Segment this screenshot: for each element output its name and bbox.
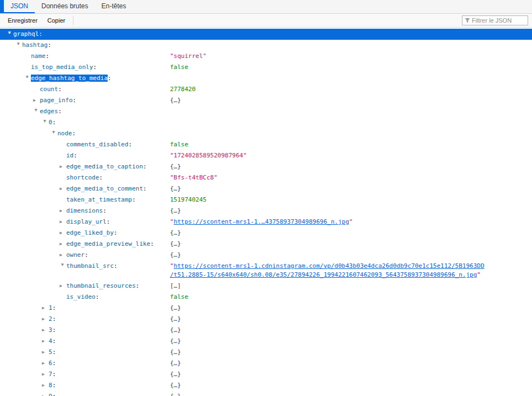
expand-twisty-icon[interactable]: ▶ <box>60 218 66 226</box>
collapse-twisty-icon[interactable]: ▶ <box>31 109 40 115</box>
json-tree-row[interactable]: ▶8:{…} <box>0 380 532 391</box>
collapse-twisty-icon[interactable]: ▶ <box>5 31 14 38</box>
expand-twisty-icon[interactable]: ▶ <box>60 229 66 237</box>
collapse-twisty-icon[interactable]: ▶ <box>14 43 23 49</box>
json-value-cell: {…} <box>170 304 514 313</box>
expand-twisty-icon[interactable]: ▶ <box>60 162 66 171</box>
json-tree-row[interactable]: shortcode:"Bfs-t4tBCc8" <box>0 172 532 183</box>
json-key: 9 <box>49 393 52 396</box>
json-tree-row[interactable]: is_top_media_only:false <box>0 62 532 73</box>
json-key-cell: ▶page_info: <box>0 96 170 105</box>
expand-twisty-icon[interactable]: ▶ <box>42 348 49 357</box>
json-value: {…} <box>170 371 181 378</box>
json-value-cell: {…} <box>170 370 514 379</box>
json-tree-row[interactable]: is_video:false <box>0 292 532 303</box>
json-tree-row[interactable]: id:"1724028589520987964" <box>0 150 532 161</box>
json-tree-row[interactable]: ▶2:{…} <box>0 314 532 325</box>
json-key-colon: : <box>52 360 56 367</box>
json-key-colon: : <box>150 240 154 247</box>
json-tree-row[interactable]: ▶0: <box>0 117 532 128</box>
json-key-colon: : <box>52 349 56 356</box>
json-value-cell: {…} <box>170 184 514 193</box>
json-tree-row[interactable]: ▶9:{…} <box>0 391 532 396</box>
json-key-cell: ▶graphql: <box>0 30 170 39</box>
json-tree-row[interactable]: ▶edge_media_to_caption:{…} <box>0 161 532 172</box>
json-key-colon: : <box>129 141 132 148</box>
json-filter-input[interactable] <box>472 17 525 24</box>
collapse-twisty-icon[interactable]: ▶ <box>49 131 58 138</box>
expand-twisty-icon[interactable]: ▶ <box>60 282 66 291</box>
json-key: hashtag <box>22 41 47 49</box>
json-value: {…} <box>170 315 181 323</box>
json-key: page_info <box>40 97 73 104</box>
json-key: thumbnail_resources <box>66 282 136 289</box>
json-key-colon: : <box>114 229 118 236</box>
json-value-cell: {…} <box>170 96 514 105</box>
json-key: 8 <box>49 382 52 389</box>
json-value-link[interactable]: https://scontent-mrs1-1.cdninstagram.com… <box>170 262 485 278</box>
json-tree-row[interactable]: ▶edge_hashtag_to_media: <box>0 73 532 84</box>
json-key-colon: : <box>132 196 136 203</box>
expand-twisty-icon[interactable]: ▶ <box>33 96 40 105</box>
json-key-colon: : <box>39 30 42 38</box>
json-value-cell: {…} <box>170 359 514 368</box>
json-tree-row[interactable]: name:"squirrel" <box>0 51 532 62</box>
json-tree-row[interactable]: ▶4:{…} <box>0 336 532 347</box>
collapse-twisty-icon[interactable]: ▶ <box>23 76 31 82</box>
expand-twisty-icon[interactable]: ▶ <box>42 359 49 368</box>
json-tree-row[interactable]: ▶5:{…} <box>0 347 532 358</box>
json-key: edge_liked_by <box>66 229 114 236</box>
json-tree-row[interactable]: ▶graphql: <box>0 29 532 40</box>
json-tree-row[interactable]: count:2778420 <box>0 84 532 95</box>
json-tree-row[interactable]: ▶owner:{…} <box>0 250 532 261</box>
tab-headers[interactable]: En-têtes <box>95 0 133 13</box>
expand-twisty-icon[interactable]: ▶ <box>60 207 66 215</box>
expand-twisty-icon[interactable]: ▶ <box>42 370 49 379</box>
json-key: is_top_media_only <box>31 64 93 71</box>
json-tree-row[interactable]: ▶thumbnail_src:"https://scontent-mrs1-1.… <box>0 261 532 281</box>
json-key-colon: : <box>58 86 62 93</box>
json-tree-row[interactable]: ▶7:{…} <box>0 369 532 380</box>
expand-twisty-icon[interactable]: ▶ <box>60 240 66 249</box>
json-tree-row[interactable]: comments_disabled:false <box>0 139 532 150</box>
expand-twisty-icon[interactable]: ▶ <box>42 392 49 396</box>
json-value: {…} <box>170 382 181 389</box>
expand-twisty-icon[interactable]: ▶ <box>42 337 49 346</box>
json-value: 1519740245 <box>170 196 206 203</box>
json-tree-row[interactable]: ▶thumbnail_resources:[…] <box>0 281 532 292</box>
json-key-cell: ▶5: <box>0 348 170 357</box>
tab-raw-data[interactable]: Données brutes <box>35 0 95 13</box>
json-tree-row[interactable]: ▶hashtag: <box>0 40 532 51</box>
json-value-link[interactable]: https://scontent-mrs1-1.…437589373049896… <box>174 218 349 225</box>
json-value-cell: false <box>170 140 514 149</box>
expand-twisty-icon[interactable]: ▶ <box>42 315 49 324</box>
json-tree-row[interactable]: ▶edge_media_preview_like:{…} <box>0 239 532 250</box>
json-tree-row[interactable]: ▶node: <box>0 128 532 139</box>
json-tree-row[interactable]: ▶edge_liked_by:{…} <box>0 228 532 239</box>
json-value: {…} <box>170 97 181 104</box>
json-key-colon: : <box>52 119 56 126</box>
expand-twisty-icon[interactable]: ▶ <box>42 326 49 335</box>
json-tree-row[interactable]: ▶display_url:"https://scontent-mrs1-1.…4… <box>0 217 532 228</box>
json-tree-row[interactable]: ▶3:{…} <box>0 325 532 336</box>
json-tree-row[interactable]: ▶page_info:{…} <box>0 95 532 106</box>
json-tree-row[interactable]: taken_at_timestamp:1519740245 <box>0 194 532 205</box>
json-tree-row[interactable]: ▶edges: <box>0 106 532 117</box>
json-tree-row[interactable]: ▶1:{…} <box>0 303 532 314</box>
expand-twisty-icon[interactable]: ▶ <box>60 251 66 260</box>
json-key-cell: ▶1: <box>0 304 170 313</box>
json-key-colon: : <box>114 262 118 270</box>
json-tree-row[interactable]: ▶dimensions:{…} <box>0 205 532 217</box>
tab-json[interactable]: JSON <box>4 0 35 13</box>
expand-twisty-icon[interactable]: ▶ <box>42 304 49 313</box>
collapse-twisty-icon[interactable]: ▶ <box>58 263 67 270</box>
json-value-cell: {…} <box>170 348 514 357</box>
json-tree-row[interactable]: ▶6:{…} <box>0 358 532 369</box>
expand-twisty-icon[interactable]: ▶ <box>42 381 49 390</box>
copy-button[interactable]: Copier <box>43 15 70 25</box>
save-button[interactable]: Enregistrer <box>3 15 42 25</box>
json-tree-row[interactable]: ▶edge_media_to_comment:{…} <box>0 183 532 194</box>
expand-twisty-icon[interactable]: ▶ <box>60 184 66 193</box>
collapse-twisty-icon[interactable]: ▶ <box>40 120 49 126</box>
json-key-colon: : <box>52 337 56 345</box>
